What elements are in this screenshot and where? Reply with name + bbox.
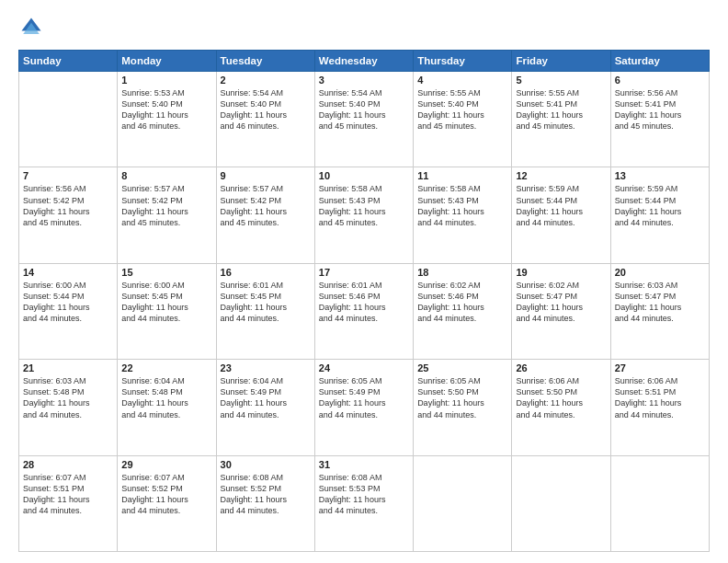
day-number: 19 [516, 267, 606, 278]
calendar-header-row: SundayMondayTuesdayWednesdayThursdayFrid… [19, 51, 710, 72]
calendar-cell: 17Sunrise: 6:01 AM Sunset: 5:46 PM Dayli… [314, 263, 413, 359]
day-number: 7 [23, 170, 113, 181]
cell-content: Sunrise: 5:56 AM Sunset: 5:41 PM Dayligh… [615, 87, 705, 132]
calendar-cell: 16Sunrise: 6:01 AM Sunset: 5:45 PM Dayli… [216, 263, 314, 359]
calendar-cell: 9Sunrise: 5:57 AM Sunset: 5:42 PM Daylig… [216, 167, 314, 263]
calendar-cell: 30Sunrise: 6:08 AM Sunset: 5:52 PM Dayli… [216, 455, 314, 551]
calendar-cell: 20Sunrise: 6:03 AM Sunset: 5:47 PM Dayli… [610, 263, 709, 359]
calendar-week-row: 14Sunrise: 6:00 AM Sunset: 5:44 PM Dayli… [19, 263, 710, 359]
day-number: 18 [417, 267, 507, 278]
calendar-cell: 1Sunrise: 5:53 AM Sunset: 5:40 PM Daylig… [118, 72, 216, 167]
calendar-cell [512, 455, 610, 551]
calendar-cell: 22Sunrise: 6:04 AM Sunset: 5:48 PM Dayli… [118, 360, 216, 455]
cell-content: Sunrise: 6:02 AM Sunset: 5:47 PM Dayligh… [516, 280, 606, 325]
calendar-cell: 6Sunrise: 5:56 AM Sunset: 5:41 PM Daylig… [610, 72, 709, 167]
day-number: 10 [319, 170, 409, 181]
calendar-week-row: 28Sunrise: 6:07 AM Sunset: 5:51 PM Dayli… [19, 455, 710, 551]
day-header: Sunday [19, 51, 118, 72]
calendar-cell: 14Sunrise: 6:00 AM Sunset: 5:44 PM Dayli… [19, 263, 118, 359]
day-header: Saturday [610, 51, 709, 72]
cell-content: Sunrise: 5:56 AM Sunset: 5:42 PM Dayligh… [23, 183, 113, 228]
cell-content: Sunrise: 5:54 AM Sunset: 5:40 PM Dayligh… [319, 87, 409, 132]
cell-content: Sunrise: 5:55 AM Sunset: 5:41 PM Dayligh… [516, 87, 606, 132]
day-number: 17 [319, 267, 409, 278]
cell-content: Sunrise: 5:58 AM Sunset: 5:43 PM Dayligh… [319, 183, 409, 228]
calendar-cell [610, 455, 709, 551]
calendar-cell: 5Sunrise: 5:55 AM Sunset: 5:41 PM Daylig… [512, 72, 610, 167]
day-number: 15 [121, 267, 211, 278]
cell-content: Sunrise: 6:02 AM Sunset: 5:46 PM Dayligh… [417, 280, 507, 325]
day-number: 16 [221, 267, 311, 278]
calendar-cell: 10Sunrise: 5:58 AM Sunset: 5:43 PM Dayli… [314, 167, 413, 263]
calendar-cell: 31Sunrise: 6:08 AM Sunset: 5:53 PM Dayli… [314, 455, 413, 551]
logo-icon [18, 15, 44, 40]
calendar-cell: 2Sunrise: 5:54 AM Sunset: 5:40 PM Daylig… [216, 72, 314, 167]
cell-content: Sunrise: 6:05 AM Sunset: 5:50 PM Dayligh… [417, 375, 507, 420]
cell-content: Sunrise: 6:08 AM Sunset: 5:53 PM Dayligh… [319, 472, 409, 517]
calendar-cell: 15Sunrise: 6:00 AM Sunset: 5:45 PM Dayli… [118, 263, 216, 359]
logo [18, 15, 48, 40]
calendar-cell: 18Sunrise: 6:02 AM Sunset: 5:46 PM Dayli… [414, 263, 512, 359]
day-number: 1 [121, 75, 211, 86]
day-number: 30 [221, 459, 311, 470]
cell-content: Sunrise: 6:04 AM Sunset: 5:49 PM Dayligh… [221, 375, 311, 420]
day-number: 21 [23, 362, 113, 373]
day-number: 9 [221, 170, 311, 181]
day-header: Tuesday [216, 51, 314, 72]
day-number: 12 [516, 170, 606, 181]
calendar-cell: 25Sunrise: 6:05 AM Sunset: 5:50 PM Dayli… [414, 360, 512, 455]
calendar-cell: 4Sunrise: 5:55 AM Sunset: 5:40 PM Daylig… [414, 72, 512, 167]
day-number: 31 [319, 459, 409, 470]
cell-content: Sunrise: 5:58 AM Sunset: 5:43 PM Dayligh… [417, 183, 507, 228]
calendar-cell: 3Sunrise: 5:54 AM Sunset: 5:40 PM Daylig… [314, 72, 413, 167]
day-number: 5 [516, 75, 606, 86]
calendar-cell: 8Sunrise: 5:57 AM Sunset: 5:42 PM Daylig… [118, 167, 216, 263]
day-number: 22 [121, 362, 211, 373]
day-number: 26 [516, 362, 606, 373]
day-number: 6 [615, 75, 705, 86]
calendar-cell: 23Sunrise: 6:04 AM Sunset: 5:49 PM Dayli… [216, 360, 314, 455]
cell-content: Sunrise: 6:08 AM Sunset: 5:52 PM Dayligh… [221, 472, 311, 517]
calendar-cell: 26Sunrise: 6:06 AM Sunset: 5:50 PM Dayli… [512, 360, 610, 455]
cell-content: Sunrise: 6:03 AM Sunset: 5:47 PM Dayligh… [615, 280, 705, 325]
cell-content: Sunrise: 6:07 AM Sunset: 5:52 PM Dayligh… [121, 472, 211, 517]
calendar-cell: 12Sunrise: 5:59 AM Sunset: 5:44 PM Dayli… [512, 167, 610, 263]
cell-content: Sunrise: 6:03 AM Sunset: 5:48 PM Dayligh… [23, 375, 113, 420]
day-number: 20 [615, 267, 705, 278]
day-header: Thursday [414, 51, 512, 72]
calendar-cell: 21Sunrise: 6:03 AM Sunset: 5:48 PM Dayli… [19, 360, 118, 455]
page: SundayMondayTuesdayWednesdayThursdayFrid… [0, 0, 728, 563]
day-number: 3 [319, 75, 409, 86]
calendar-cell: 11Sunrise: 5:58 AM Sunset: 5:43 PM Dayli… [414, 167, 512, 263]
cell-content: Sunrise: 6:04 AM Sunset: 5:48 PM Dayligh… [121, 375, 211, 420]
cell-content: Sunrise: 6:00 AM Sunset: 5:44 PM Dayligh… [23, 280, 113, 325]
calendar-week-row: 21Sunrise: 6:03 AM Sunset: 5:48 PM Dayli… [19, 360, 710, 455]
cell-content: Sunrise: 6:01 AM Sunset: 5:46 PM Dayligh… [319, 280, 409, 325]
cell-content: Sunrise: 5:59 AM Sunset: 5:44 PM Dayligh… [615, 183, 705, 228]
day-number: 11 [417, 170, 507, 181]
day-number: 2 [221, 75, 311, 86]
day-number: 23 [221, 362, 311, 373]
cell-content: Sunrise: 6:06 AM Sunset: 5:51 PM Dayligh… [615, 375, 705, 420]
calendar-week-row: 7Sunrise: 5:56 AM Sunset: 5:42 PM Daylig… [19, 167, 710, 263]
day-number: 8 [121, 170, 211, 181]
cell-content: Sunrise: 5:55 AM Sunset: 5:40 PM Dayligh… [417, 87, 507, 132]
calendar-cell [19, 72, 118, 167]
header [18, 15, 710, 40]
cell-content: Sunrise: 5:57 AM Sunset: 5:42 PM Dayligh… [221, 183, 311, 228]
cell-content: Sunrise: 6:07 AM Sunset: 5:51 PM Dayligh… [23, 472, 113, 517]
day-number: 25 [417, 362, 507, 373]
calendar-cell: 19Sunrise: 6:02 AM Sunset: 5:47 PM Dayli… [512, 263, 610, 359]
day-number: 29 [121, 459, 211, 470]
cell-content: Sunrise: 5:54 AM Sunset: 5:40 PM Dayligh… [221, 87, 311, 132]
cell-content: Sunrise: 5:53 AM Sunset: 5:40 PM Dayligh… [121, 87, 211, 132]
cell-content: Sunrise: 5:59 AM Sunset: 5:44 PM Dayligh… [516, 183, 606, 228]
calendar-cell: 7Sunrise: 5:56 AM Sunset: 5:42 PM Daylig… [19, 167, 118, 263]
calendar-cell: 28Sunrise: 6:07 AM Sunset: 5:51 PM Dayli… [19, 455, 118, 551]
day-header: Wednesday [314, 51, 413, 72]
calendar-cell: 29Sunrise: 6:07 AM Sunset: 5:52 PM Dayli… [118, 455, 216, 551]
calendar-week-row: 1Sunrise: 5:53 AM Sunset: 5:40 PM Daylig… [19, 72, 710, 167]
day-number: 27 [615, 362, 705, 373]
cell-content: Sunrise: 6:01 AM Sunset: 5:45 PM Dayligh… [221, 280, 311, 325]
day-number: 24 [319, 362, 409, 373]
